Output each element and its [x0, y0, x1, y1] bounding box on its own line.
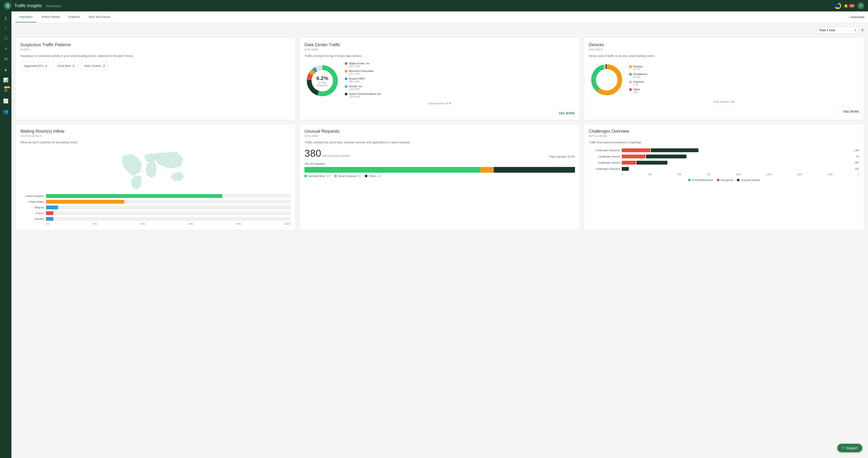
- datacenter-tag: EXPLORER: [304, 48, 575, 51]
- waiting-room-desc: Inflow by top 5 countries for all waitin…: [20, 140, 290, 145]
- legend-item-zscaler: Zscaler, Inc. 112 0.4%: [345, 85, 575, 91]
- tab-bots-abuse[interactable]: Bots and Abuse: [85, 12, 114, 22]
- unusual-count-label: total unusual requests: [322, 154, 350, 157]
- challenges-bar-chart: Challenges Required 1.8K Challenges Issu…: [589, 148, 859, 176]
- label-queueitcaptcha: QueueitCaptcha: [741, 179, 760, 182]
- ch-row-rejected: Challenges Rejected 101: [589, 167, 859, 171]
- bar-row-be: Belgium: [20, 206, 290, 209]
- ch-label-issued: Challenges Issued: [589, 155, 620, 158]
- stacked-label-bots: Identified Bots: [308, 175, 325, 177]
- sidebar-collapse-button[interactable]: ❯: [1, 13, 10, 23]
- stacked-bar: [304, 167, 575, 173]
- download-button[interactable]: ↓ Download: [847, 15, 864, 19]
- legend-dot-unknown: [629, 81, 632, 83]
- bell-icon: 🔔: [844, 4, 848, 8]
- tab-explorer[interactable]: Explorer: [65, 12, 84, 22]
- ch-bar-issued-queueit: [646, 155, 686, 158]
- devices-title: Devices: [589, 42, 859, 48]
- ch-bar-required-queueit: [651, 148, 699, 152]
- legend-dot-hydra: [345, 93, 347, 95]
- stacked-dot-others: [365, 175, 367, 177]
- stacked-legend: Identified Bots 327 Asset Requests 10 Ot…: [304, 175, 575, 177]
- legend-text-digitalocean: Digital Ocean, Inc 423 1.4%: [349, 62, 369, 68]
- devices-desc: Device split of traffic to all your acti…: [589, 54, 859, 58]
- datacenter-traffic-card: Data Center Traffic EXPLORER Traffic com…: [300, 37, 580, 120]
- bar-fill-be: [46, 206, 58, 209]
- cards-row-2: Waiting Room(s) Inflow VISITOR DETAILS I…: [15, 124, 864, 230]
- bar-label-be: Belgium: [20, 206, 44, 209]
- stacked-legend-bots: Identified Bots 327: [304, 175, 331, 177]
- language-flag[interactable]: 🇪🇺: [834, 2, 841, 9]
- ch-label-required: Challenges Required: [589, 149, 620, 152]
- legend-text-smartphone: Smartphone 10.1K: [633, 73, 647, 79]
- sidebar-item-upload[interactable]: ▲: [1, 65, 10, 74]
- sidebar-item-messages[interactable]: ✉: [1, 54, 10, 64]
- data-centers-badge: Data Centers 0: [81, 62, 109, 70]
- bar-row-uk: United Kingdom: [20, 194, 290, 198]
- bar-row-us: United States: [20, 200, 290, 204]
- good-bots-count: 0: [73, 64, 74, 68]
- stacked-value-others: 43: [378, 175, 381, 177]
- label-proofofwork: ProofOfWorkHash: [692, 179, 713, 182]
- legend-item-hydra: Hydra Communications Ltd. 110 0.4%: [345, 92, 575, 98]
- world-map: [20, 148, 290, 191]
- legend-item-desktop: Desktop 17.7K: [629, 65, 859, 71]
- devices-see-more-button[interactable]: SEE MORE: [843, 110, 859, 113]
- datacenter-title: Data Center Traffic: [304, 42, 575, 48]
- unusual-requests-tag: EXPLORER: [304, 135, 575, 138]
- sidebar-item-settings[interactable]: ⚙ BETA: [1, 86, 10, 95]
- legend-item-microsoft: Microsoft Corporation 370 1.3%: [345, 69, 575, 75]
- legend-text-microsoft: Microsoft Corporation 370 1.3%: [349, 69, 374, 75]
- dot-queueitcaptcha: [737, 179, 739, 181]
- datacenter-legend: Digital Ocean, Inc 423 1.4% Microsoft Co…: [345, 62, 575, 100]
- data-centers-count: 0: [103, 64, 105, 68]
- refresh-button[interactable]: ↻: [861, 28, 864, 32]
- help-button[interactable]: ?: [858, 2, 864, 9]
- suspicious-traffic-title: Suspicious Traffic Patterns: [20, 42, 290, 48]
- stacked-label-others: Others: [369, 175, 377, 177]
- datacenter-pct: 6.2%: [313, 75, 331, 82]
- dot-recaptcha: [717, 179, 719, 181]
- ch-row-issued: Challenges Issued 1K: [589, 155, 859, 158]
- legend-dot-smartphone: [629, 73, 632, 75]
- ch-bar-solved-queueit: [637, 161, 668, 164]
- ch-value-rejected: 101: [855, 167, 859, 170]
- time-filter-select[interactable]: Past 1 hour Past 3 hours Past 24 hours P…: [816, 27, 859, 34]
- ch-label-solved: Challenges Solved: [589, 161, 620, 164]
- legend-text-unknown: Unknown 1.1K: [633, 80, 644, 86]
- sidebar-item-monitor[interactable]: ◻: [1, 33, 10, 43]
- devices-see-more-row: SEE MORE: [589, 107, 859, 113]
- data-centers-label: Data Centers: [85, 64, 101, 68]
- datacenter-see-more-button[interactable]: SEE MORE: [559, 112, 575, 115]
- aggressive-ips-label: Aggressive IP's: [24, 64, 43, 68]
- topbar: Q Traffic Insights Dashboards 🇪🇺 🔔 12 ?: [0, 0, 868, 11]
- sidebar: ❯ ⌂ ◻ ≡ ✉ ▲ 📊 ⚙ BETA 📈 👥: [0, 11, 11, 234]
- stacked-dot-assets: [335, 175, 337, 177]
- bar-row-se: Sweden: [20, 217, 290, 221]
- sidebar-item-home[interactable]: ⌂: [1, 23, 10, 32]
- sidebar-item-users[interactable]: 👥: [1, 107, 10, 116]
- sidebar-item-list[interactable]: ≡: [1, 44, 10, 53]
- legend-text-amazon: Amazon AWS 260 0.9%: [349, 77, 365, 83]
- legend-item-digitalocean: Digital Ocean, Inc 423 1.4%: [345, 62, 575, 68]
- bar-track-us: [46, 200, 290, 204]
- challenges-desc: Traffic that have encountered a challeng…: [589, 140, 859, 145]
- legend-item-amazon: Amazon AWS 260 0.9%: [345, 77, 575, 83]
- bar-fill-us: [46, 200, 124, 204]
- tab-visitor-details[interactable]: Visitor Details: [37, 12, 64, 22]
- waiting-room-tag: VISITOR DETAILS: [20, 135, 290, 138]
- sidebar-item-reports[interactable]: 📈: [1, 96, 10, 106]
- tab-highlights[interactable]: Highlights: [15, 12, 36, 22]
- ch-bar-issued-recaptcha: [622, 155, 646, 158]
- devices-card: Devices EXPLORER Device split of traffic…: [584, 37, 864, 120]
- notifications-button[interactable]: 🔔 12: [844, 4, 855, 8]
- sidebar-item-analytics[interactable]: 📊: [1, 75, 10, 85]
- devices-total: Total requests 29K: [589, 100, 859, 103]
- devices-tag: EXPLORER: [589, 48, 859, 51]
- stacked-bar-label: Top 30 requests: [304, 162, 575, 165]
- challenges-card: Challenges Overview BOTS & ABUSE Traffic…: [584, 124, 864, 230]
- app-logo: Q: [4, 2, 11, 9]
- stacked-legend-assets: Asset Requests 10: [335, 175, 361, 177]
- ch-bar-solved-recaptcha: [622, 161, 636, 164]
- legend-dot-desktop: [629, 65, 632, 68]
